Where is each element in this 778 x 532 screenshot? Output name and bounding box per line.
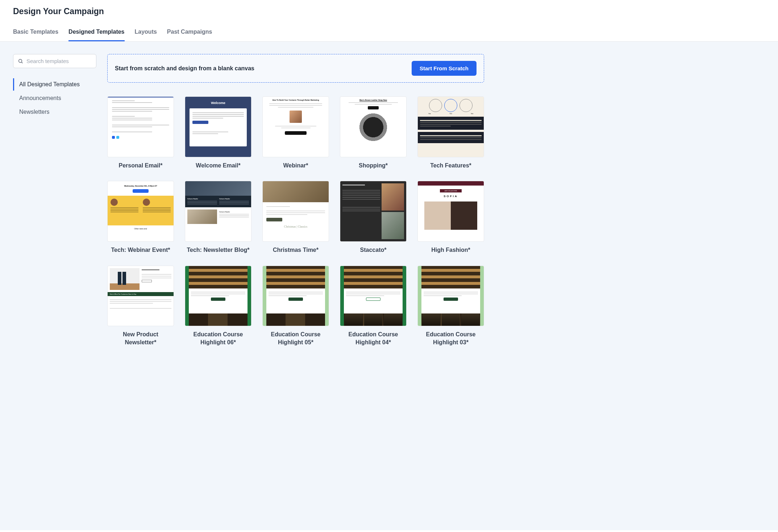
template-card[interactable]: Wednesday, December 9th, 2:00pm ET Other… xyxy=(107,181,174,254)
template-thumbnail: How To Build Your Contacts Through Bette… xyxy=(262,96,329,157)
template-card[interactable]: Education Course Highlight 05* xyxy=(262,266,329,346)
template-title: Welcome Email* xyxy=(185,162,251,170)
scratch-text: Start from scratch and design from a bla… xyxy=(115,65,254,72)
search-box[interactable] xyxy=(13,54,96,68)
tab-basic-templates[interactable]: Basic Templates xyxy=(13,26,58,41)
template-thumbnail: Here's What Our Customers Have to Say xyxy=(107,266,174,327)
template-card[interactable]: Men's Brown Leather Strap New Shopping* xyxy=(340,96,407,169)
start-from-scratch-button[interactable]: Start From Scratch xyxy=(412,61,477,76)
scratch-box: Start from scratch and design from a bla… xyxy=(107,54,484,83)
template-thumbnail xyxy=(185,266,251,327)
tab-past-campaigns[interactable]: Past Campaigns xyxy=(167,26,212,41)
tabs: Basic TemplatesDesigned TemplatesLayouts… xyxy=(13,26,765,41)
template-title: Staccato* xyxy=(340,246,407,254)
template-card[interactable]: Here's What Our Customers Have to Say Ne… xyxy=(107,266,174,346)
template-title: Tech Features* xyxy=(417,162,484,170)
filter-newsletters[interactable]: Newsletters xyxy=(13,106,96,118)
template-card[interactable]: Education Course Highlight 06* xyxy=(185,266,251,346)
svg-point-0 xyxy=(19,59,22,62)
template-thumbnail xyxy=(262,266,329,327)
template-thumbnail: A/W COLLECTIONSOFIA xyxy=(417,181,484,242)
main: Start from scratch and design from a bla… xyxy=(107,54,484,516)
tab-layouts[interactable]: Layouts xyxy=(135,26,157,41)
tab-designed-templates[interactable]: Designed Templates xyxy=(68,26,124,41)
template-thumbnail: Welcome xyxy=(185,96,251,157)
filter-announcements[interactable]: Announcements xyxy=(13,92,96,104)
page-title: Design Your Campaign xyxy=(13,7,765,16)
template-card[interactable]: Welcome Welcome Email* xyxy=(185,96,251,169)
template-title: Personal Email* xyxy=(107,162,174,170)
template-card[interactable]: Education Course Highlight 03* xyxy=(417,266,484,346)
filter-list: All Designed TemplatesAnnouncementsNewsl… xyxy=(13,78,96,118)
template-title: Tech: Newsletter Blog* xyxy=(185,246,251,254)
template-card[interactable]: Staccato* xyxy=(340,181,407,254)
template-card[interactable]: TitleTitleTitle Tech Features* xyxy=(417,96,484,169)
template-card[interactable]: Education Course Highlight 04* xyxy=(340,266,407,346)
template-grid: Personal Email*Welcome Welcome Email*How… xyxy=(107,96,484,346)
template-title: High Fashion* xyxy=(417,246,484,254)
template-title: New Product Newsletter* xyxy=(107,331,174,346)
template-thumbnail: Column Header Column Header Column Heade… xyxy=(185,181,251,242)
sidebar: All Designed TemplatesAnnouncementsNewsl… xyxy=(13,54,96,516)
template-thumbnail: TitleTitleTitle xyxy=(417,96,484,157)
template-card[interactable]: A/W COLLECTIONSOFIA High Fashion* xyxy=(417,181,484,254)
template-title: Shopping* xyxy=(340,162,407,170)
template-title: Tech: Webinar Event* xyxy=(107,246,174,254)
template-card[interactable]: Christmas | Classics Christmas Time* xyxy=(262,181,329,254)
template-thumbnail: Wednesday, December 9th, 2:00pm ET Other… xyxy=(107,181,174,242)
template-thumbnail: Men's Brown Leather Strap New xyxy=(340,96,407,157)
template-thumbnail: Christmas | Classics xyxy=(262,181,329,242)
search-input[interactable] xyxy=(26,58,92,64)
template-thumbnail xyxy=(340,181,407,242)
template-title: Education Course Highlight 03* xyxy=(417,331,484,346)
template-thumbnail xyxy=(417,266,484,327)
template-title: Education Course Highlight 05* xyxy=(262,331,329,346)
template-title: Education Course Highlight 06* xyxy=(185,331,251,346)
template-card[interactable]: How To Build Your Contacts Through Bette… xyxy=(262,96,329,169)
template-thumbnail xyxy=(107,96,174,157)
filter-all-designed-templates[interactable]: All Designed Templates xyxy=(13,78,96,91)
svg-line-1 xyxy=(21,62,22,63)
template-title: Webinar* xyxy=(262,162,329,170)
template-title: Christmas Time* xyxy=(262,246,329,254)
template-card[interactable]: Personal Email* xyxy=(107,96,174,169)
template-title: Education Course Highlight 04* xyxy=(340,331,407,346)
template-card[interactable]: Column Header Column Header Column Heade… xyxy=(185,181,251,254)
template-thumbnail xyxy=(340,266,407,327)
search-icon xyxy=(18,58,24,64)
